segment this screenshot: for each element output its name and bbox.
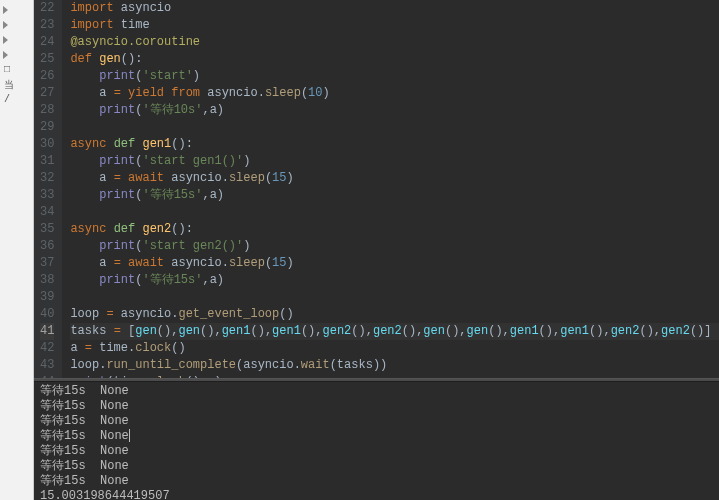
- line-number: 23: [40, 17, 54, 34]
- code-line[interactable]: print('start gen2()'): [70, 238, 719, 255]
- line-number: 38: [40, 272, 54, 289]
- code-line[interactable]: a = yield from asyncio.sleep(10): [70, 85, 719, 102]
- line-number: 34: [40, 204, 54, 221]
- console-line: 等待15s None: [40, 459, 713, 474]
- code-line[interactable]: a = await asyncio.sleep(15): [70, 255, 719, 272]
- code-line[interactable]: loop = asyncio.get_event_loop(): [70, 306, 719, 323]
- tree-label: /: [4, 94, 10, 105]
- console-line: 等待15s None: [40, 384, 713, 399]
- code-editor[interactable]: 2223242526272829303132333435363738394041…: [34, 0, 719, 378]
- project-tree-item[interactable]: [0, 47, 33, 62]
- chevron-right-icon[interactable]: [2, 36, 10, 44]
- line-number: 33: [40, 187, 54, 204]
- chevron-right-icon[interactable]: [2, 51, 10, 59]
- line-number-gutter: 2223242526272829303132333435363738394041…: [34, 0, 62, 378]
- line-number: 29: [40, 119, 54, 136]
- line-number: 27: [40, 85, 54, 102]
- console-line: 等待15s None: [40, 474, 713, 489]
- project-tree-item[interactable]: [0, 2, 33, 17]
- code-line[interactable]: print('start'): [70, 68, 719, 85]
- code-line[interactable]: print('等待15s',a): [70, 187, 719, 204]
- code-line[interactable]: a = time.clock(): [70, 340, 719, 357]
- line-number: 39: [40, 289, 54, 306]
- line-number: 36: [40, 238, 54, 255]
- line-number: 40: [40, 306, 54, 323]
- code-line[interactable]: [70, 119, 719, 136]
- line-number: 37: [40, 255, 54, 272]
- code-line[interactable]: loop.run_until_complete(asyncio.wait(tas…: [70, 357, 719, 374]
- code-line[interactable]: @asyncio.coroutine: [70, 34, 719, 51]
- chevron-right-icon[interactable]: [2, 21, 10, 29]
- line-number: 41: [40, 323, 54, 340]
- code-line[interactable]: [70, 289, 719, 306]
- code-line[interactable]: async def gen1():: [70, 136, 719, 153]
- tree-label: 当: [4, 78, 14, 92]
- code-line[interactable]: import time: [70, 17, 719, 34]
- line-number: 32: [40, 170, 54, 187]
- chevron-right-icon[interactable]: [2, 6, 10, 14]
- output-console[interactable]: 等待15s None等待15s None等待15s None等待15s None…: [34, 382, 719, 500]
- project-tree-item[interactable]: [0, 17, 33, 32]
- line-number: 22: [40, 0, 54, 17]
- project-sidebar[interactable]: □当/: [0, 0, 34, 500]
- line-number: 26: [40, 68, 54, 85]
- project-tree-item[interactable]: □: [0, 62, 33, 77]
- text-cursor: [129, 429, 130, 442]
- code-line[interactable]: print('start gen1()'): [70, 153, 719, 170]
- line-number: 28: [40, 102, 54, 119]
- code-line[interactable]: async def gen2():: [70, 221, 719, 238]
- code-line[interactable]: print('等待15s',a): [70, 272, 719, 289]
- project-tree-item[interactable]: /: [0, 92, 33, 107]
- tree-label: □: [4, 64, 10, 75]
- console-line: 等待15s None: [40, 399, 713, 414]
- line-number: 30: [40, 136, 54, 153]
- console-line: 等待15s None: [40, 414, 713, 429]
- code-line[interactable]: a = await asyncio.sleep(15): [70, 170, 719, 187]
- code-line[interactable]: print('等待10s',a): [70, 102, 719, 119]
- line-number: 31: [40, 153, 54, 170]
- main-area: 2223242526272829303132333435363738394041…: [34, 0, 719, 500]
- line-number: 42: [40, 340, 54, 357]
- line-number: 24: [40, 34, 54, 51]
- code-area[interactable]: import asyncioimport time@asyncio.corout…: [62, 0, 719, 378]
- code-line[interactable]: def gen():: [70, 51, 719, 68]
- code-line[interactable]: tasks = [gen(),gen(),gen1(),gen1(),gen2(…: [70, 323, 719, 340]
- console-line: 15.003198644419507: [40, 489, 713, 500]
- line-number: 35: [40, 221, 54, 238]
- line-number: 43: [40, 357, 54, 374]
- console-line: 等待15s None: [40, 429, 713, 444]
- code-line[interactable]: [70, 204, 719, 221]
- project-tree-item[interactable]: 当: [0, 77, 33, 92]
- code-line[interactable]: import asyncio: [70, 0, 719, 17]
- project-tree-item[interactable]: [0, 32, 33, 47]
- console-line: 等待15s None: [40, 444, 713, 459]
- line-number: 25: [40, 51, 54, 68]
